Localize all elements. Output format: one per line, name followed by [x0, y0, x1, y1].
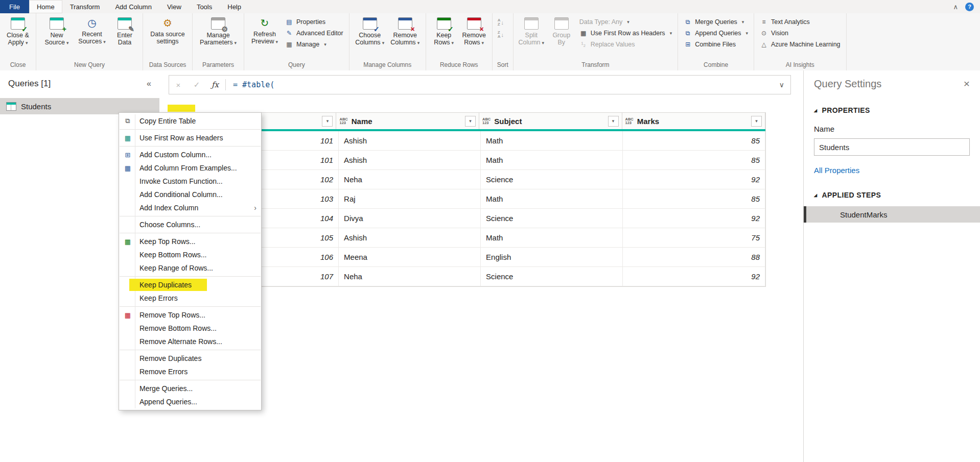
collapse-pane-icon[interactable]: « — [147, 79, 151, 88]
advanced-editor-button[interactable]: ✎ Advanced Editor — [283, 29, 345, 38]
append-queries-button[interactable]: ⧉ Append Queries▾ — [682, 29, 750, 38]
cell-subject[interactable]: Science — [481, 170, 623, 189]
cell-name[interactable]: Meena — [339, 248, 481, 266]
menu-item-remove-top-rows[interactable]: ▦ Remove Top Rows... — [119, 308, 261, 322]
tab-home[interactable]: Home — [29, 0, 62, 13]
cell-marks[interactable]: 92 — [623, 209, 765, 228]
refresh-preview-button[interactable]: ↻ Refresh Preview▾ — [248, 14, 282, 46]
column-header-subject[interactable]: ABC123 Subject ▾ — [479, 113, 622, 129]
filter-button[interactable]: ▾ — [751, 116, 762, 127]
cancel-formula-icon[interactable]: × — [169, 81, 188, 89]
manage-parameters-button[interactable]: ⚙ Manage Parameters▾ — [196, 14, 240, 47]
data-type-button[interactable]: Data Type: Any▾ — [577, 17, 674, 27]
applied-steps-section-header[interactable]: ◢ APPLIED STEPS — [814, 191, 970, 199]
menu-item-copy-entire-table[interactable]: ⧉ Copy Entire Table — [119, 114, 261, 128]
group-by-button[interactable]: Group By — [547, 14, 576, 47]
collapse-section-icon[interactable]: ◢ — [814, 108, 818, 113]
menu-item-remove-duplicates[interactable]: Remove Duplicates — [119, 352, 261, 365]
close-icon[interactable]: × — [964, 78, 970, 90]
tab-file[interactable]: File — [0, 0, 29, 13]
tab-tools[interactable]: Tools — [189, 0, 220, 13]
tab-add-column[interactable]: Add Column — [107, 0, 159, 13]
combine-files-button[interactable]: ⊞ Combine Files — [682, 40, 750, 49]
collapse-section-icon[interactable]: ◢ — [814, 193, 818, 198]
remove-columns-button[interactable]: × Remove Columns▾ — [388, 14, 422, 47]
new-source-button[interactable]: + New Source▾ — [40, 14, 74, 47]
column-header-marks[interactable]: ABC123 Marks ▾ — [622, 113, 765, 129]
azure-machine-learning-button[interactable]: △ Azure Machine Learning — [758, 40, 843, 49]
text-analytics-button[interactable]: ≡ Text Analytics — [758, 17, 843, 27]
sort-ascending-button[interactable]: AZ ↓ — [496, 17, 505, 28]
cell-name[interactable]: Ashish — [339, 151, 481, 169]
menu-item-keep-range-of-rows[interactable]: Keep Range of Rows... — [119, 261, 261, 275]
replace-values-button[interactable]: ¹₂ Replace Values — [577, 40, 674, 49]
menu-item-keep-duplicates[interactable]: Keep Duplicates — [119, 278, 261, 291]
remove-rows-button[interactable]: × Remove Rows▾ — [460, 14, 488, 47]
recent-sources-button[interactable]: ◷ Recent Sources▾ — [75, 14, 109, 46]
use-first-row-as-headers-button[interactable]: ▦ Use First Row as Headers▾ — [577, 29, 674, 38]
manage-button[interactable]: ▦ Manage▾ — [283, 40, 345, 49]
menu-item-add-conditional-column[interactable]: Add Conditional Column... — [119, 188, 261, 201]
menu-item-remove-bottom-rows[interactable]: Remove Bottom Rows... — [119, 322, 261, 335]
cell-name[interactable]: Divya — [339, 209, 481, 228]
properties-section-header[interactable]: ◢ PROPERTIES — [814, 106, 970, 114]
cell-subject[interactable]: Math — [481, 151, 623, 169]
filter-button[interactable]: ▾ — [322, 116, 333, 127]
cell-subject[interactable]: Math — [481, 228, 623, 247]
cell-marks[interactable]: 88 — [623, 248, 765, 266]
cell-subject[interactable]: Science — [481, 209, 623, 228]
merge-queries-button[interactable]: ⧉ Merge Queries▾ — [682, 17, 750, 27]
close-apply-button[interactable]: ✓ Close & Apply▾ — [4, 14, 32, 47]
filter-button[interactable]: ▾ — [465, 116, 476, 127]
cell-marks[interactable]: 75 — [623, 228, 765, 247]
choose-columns-button[interactable]: ✓ Choose Columns▾ — [353, 14, 387, 47]
confirm-formula-icon[interactable]: ✓ — [188, 80, 206, 89]
column-header-name[interactable]: ABC123 Name ▾ — [336, 113, 479, 129]
expand-formula-icon[interactable]: ∨ — [779, 81, 790, 89]
filter-button[interactable]: ▾ — [608, 116, 619, 127]
keep-rows-button[interactable]: ✓ Keep Rows▾ — [430, 14, 458, 47]
menu-item-keep-top-rows[interactable]: ▦ Keep Top Rows... — [119, 235, 261, 248]
all-properties-link[interactable]: All Properties — [814, 166, 970, 175]
applied-step-studentmarks[interactable]: StudentMarks — [804, 206, 980, 223]
help-icon[interactable]: ? — [965, 3, 974, 11]
menu-item-append-queries[interactable]: Append Queries... — [119, 395, 261, 408]
menu-item-merge-queries[interactable]: Merge Queries... — [119, 382, 261, 395]
name-field[interactable] — [814, 138, 970, 156]
cell-subject[interactable]: English — [481, 248, 623, 266]
tab-transform[interactable]: Transform — [62, 0, 108, 13]
cell-marks[interactable]: 92 — [623, 267, 765, 286]
cell-subject[interactable]: Math — [481, 131, 623, 150]
split-column-button[interactable]: Split Column▾ — [517, 14, 546, 47]
formula-bar[interactable]: × ✓ ƒx = #table( ∨ — [169, 75, 791, 94]
enter-data-button[interactable]: ✎ Enter Data — [110, 14, 139, 47]
tab-view[interactable]: View — [159, 0, 189, 13]
cell-name[interactable]: Raj — [339, 189, 481, 208]
cell-name[interactable]: Neha — [339, 267, 481, 286]
menu-item-use-first-row-as-headers[interactable]: ▦ Use First Row as Headers — [119, 131, 261, 144]
cell-subject[interactable]: Science — [481, 267, 623, 286]
menu-item-add-custom-column[interactable]: ⊞ Add Custom Column... — [119, 148, 261, 161]
cell-marks[interactable]: 85 — [623, 189, 765, 208]
menu-item-invoke-custom-function[interactable]: Invoke Custom Function... — [119, 175, 261, 188]
data-source-settings-button[interactable]: ⚙ Data source settings — [147, 14, 189, 46]
cell-name[interactable]: Ashish — [339, 131, 481, 150]
formula-input[interactable]: = #table( — [227, 80, 779, 89]
cell-name[interactable]: Neha — [339, 170, 481, 189]
sort-descending-button[interactable]: ZA ↓ — [496, 30, 505, 40]
tab-help[interactable]: Help — [220, 0, 249, 13]
menu-item-remove-errors[interactable]: Remove Errors — [119, 365, 261, 378]
menu-item-add-index-column[interactable]: Add Index Column › — [119, 201, 261, 214]
cell-name[interactable]: Ashish — [339, 228, 481, 247]
cell-marks[interactable]: 85 — [623, 151, 765, 169]
menu-item-choose-columns[interactable]: Choose Columns... — [119, 218, 261, 231]
vision-button[interactable]: ⊙ Vision — [758, 29, 843, 38]
menu-item-keep-bottom-rows[interactable]: Keep Bottom Rows... — [119, 248, 261, 261]
menu-item-remove-alternate-rows[interactable]: Remove Alternate Rows... — [119, 335, 261, 348]
menu-item-keep-errors[interactable]: Keep Errors — [119, 291, 261, 305]
cell-subject[interactable]: Math — [481, 189, 623, 208]
cell-marks[interactable]: 92 — [623, 170, 765, 189]
cell-marks[interactable]: 85 — [623, 131, 765, 150]
properties-button[interactable]: ▤ Properties — [283, 17, 345, 27]
menu-item-add-column-from-examples[interactable]: ▦ Add Column From Examples... — [119, 161, 261, 175]
